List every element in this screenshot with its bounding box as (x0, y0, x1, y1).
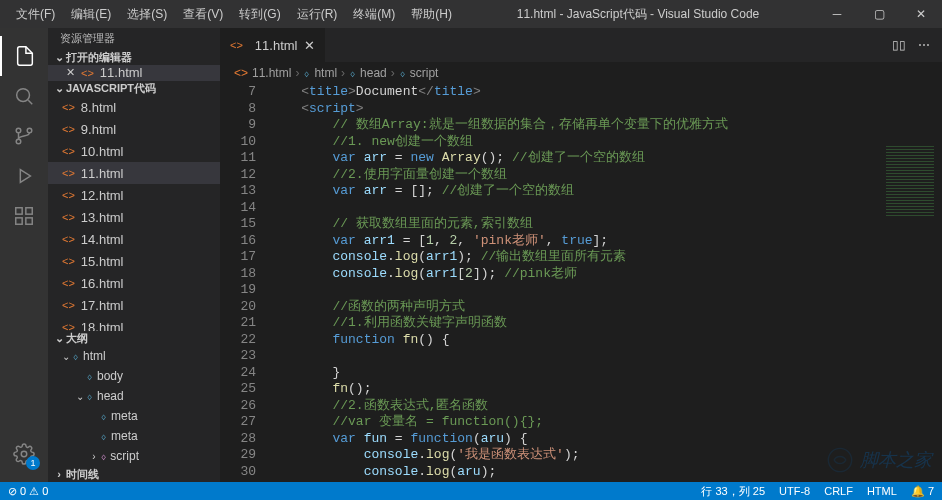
minimap[interactable] (882, 140, 942, 482)
file-item[interactable]: <>12.html (48, 184, 220, 206)
window-close[interactable]: ✕ (900, 0, 942, 28)
chevron-down-icon: ⌄ (52, 51, 66, 64)
activity-search[interactable] (0, 76, 48, 116)
open-editor-item[interactable]: ✕ <> 11.html (48, 65, 220, 81)
svg-point-1 (16, 128, 21, 133)
html-file-icon: <> (81, 67, 94, 79)
sidebar-title: 资源管理器 (48, 28, 220, 49)
outline-body[interactable]: ⬨body (48, 366, 220, 386)
window-minimize[interactable]: ─ (816, 0, 858, 28)
breadcrumb-script[interactable]: script (410, 66, 439, 80)
window-maximize[interactable]: ▢ (858, 0, 900, 28)
activity-source-control[interactable] (0, 116, 48, 156)
outline-script[interactable]: ›⬨ script (48, 446, 220, 466)
chevron-right-icon: › (52, 468, 66, 480)
outline-head[interactable]: ⌄⬨head (48, 386, 220, 406)
html-file-icon: <> (62, 255, 75, 267)
file-list: <>8.html<>9.html<>10.html<>11.html<>12.h… (48, 96, 220, 331)
breadcrumb-file[interactable]: 11.html (252, 66, 291, 80)
tag-icon: ⬨ (399, 66, 406, 80)
svg-rect-5 (26, 208, 32, 214)
tag-icon: ⬨ (349, 66, 356, 80)
menu-edit[interactable]: 编辑(E) (63, 2, 119, 27)
menu-view[interactable]: 查看(V) (175, 2, 231, 27)
activity-explorer[interactable] (0, 36, 48, 76)
activitybar: 1 (0, 28, 48, 482)
chevron-down-icon: ⌄ (52, 332, 66, 345)
file-item[interactable]: <>9.html (48, 118, 220, 140)
branch-icon (13, 125, 35, 147)
window-controls: ─ ▢ ✕ (816, 0, 942, 28)
outline-meta[interactable]: ⬨meta (48, 426, 220, 446)
html-file-icon: <> (62, 211, 75, 223)
more-actions-icon[interactable]: ⋯ (918, 38, 930, 52)
activity-extensions[interactable] (0, 196, 48, 236)
warning-icon: ⚠ (29, 485, 39, 498)
html-file-icon: <> (62, 233, 75, 245)
html-file-icon: <> (230, 39, 243, 51)
breadcrumb-head[interactable]: head (360, 66, 387, 80)
close-icon[interactable]: ✕ (66, 66, 75, 79)
file-item[interactable]: <>16.html (48, 272, 220, 294)
menu-go[interactable]: 转到(G) (231, 2, 288, 27)
titlebar: 文件(F) 编辑(E) 选择(S) 查看(V) 转到(G) 运行(R) 终端(M… (0, 0, 942, 28)
file-item[interactable]: <>17.html (48, 294, 220, 316)
section-outline[interactable]: ⌄ 大纲 (48, 331, 220, 347)
file-item[interactable]: <>8.html (48, 96, 220, 118)
svg-point-3 (27, 128, 32, 133)
split-editor-icon[interactable]: ▯▯ (892, 38, 906, 52)
svg-rect-4 (16, 208, 22, 214)
code-editor[interactable]: 7891011121314151617181920212223242526272… (220, 84, 942, 482)
code-content[interactable]: <title>Document</title> <script> // 数组Ar… (270, 84, 942, 482)
error-icon: ⊘ (8, 485, 17, 498)
status-encoding[interactable]: UTF-8 (779, 484, 810, 499)
menu-terminal[interactable]: 终端(M) (345, 2, 403, 27)
file-item[interactable]: <>13.html (48, 206, 220, 228)
file-item[interactable]: <>15.html (48, 250, 220, 272)
section-open-editors[interactable]: ⌄ 打开的编辑器 (48, 49, 220, 65)
file-item[interactable]: <>14.html (48, 228, 220, 250)
outline-meta[interactable]: ⬨meta (48, 406, 220, 426)
outline-tree: ⌄⬨html ⬨body ⌄⬨head ⬨meta ⬨meta ›⬨ scrip… (48, 346, 220, 466)
svg-point-2 (16, 139, 21, 144)
file-label: 17.html (81, 298, 124, 313)
outline-html[interactable]: ⌄⬨html (48, 346, 220, 366)
file-label: 13.html (81, 210, 124, 225)
debug-icon (13, 165, 35, 187)
activity-debug[interactable] (0, 156, 48, 196)
menu-run[interactable]: 运行(R) (289, 2, 346, 27)
breadcrumb-html[interactable]: html (314, 66, 337, 80)
activity-settings[interactable]: 1 (0, 434, 48, 474)
html-file-icon: <> (62, 299, 75, 311)
tag-icon: ⬨ (86, 389, 93, 403)
menu-file[interactable]: 文件(F) (8, 2, 63, 27)
breadcrumbs[interactable]: <> 11.html › ⬨ html › ⬨ head › ⬨ script (220, 62, 942, 84)
file-label: 12.html (81, 188, 124, 203)
bell-icon: 🔔 (911, 485, 925, 498)
html-file-icon: <> (62, 189, 75, 201)
file-item[interactable]: <>10.html (48, 140, 220, 162)
menu-selection[interactable]: 选择(S) (119, 2, 175, 27)
window-title: 11.html - JavaScript代码 - Visual Studio C… (460, 6, 816, 23)
sidebar: 资源管理器 ⌄ 打开的编辑器 ✕ <> 11.html ⌄ JAVASCRIPT… (48, 28, 220, 482)
status-notifications[interactable]: 🔔7 (911, 484, 934, 499)
status-cursor-position[interactable]: 行 33，列 25 (701, 484, 765, 499)
menu-help[interactable]: 帮助(H) (403, 2, 460, 27)
file-item[interactable]: <>18.html (48, 316, 220, 331)
file-item[interactable]: <>11.html (48, 162, 220, 184)
file-label: 14.html (81, 232, 124, 247)
close-icon[interactable]: ✕ (304, 38, 315, 53)
status-problems[interactable]: ⊘0 ⚠0 (8, 485, 48, 498)
section-timeline[interactable]: › 时间线 (48, 466, 220, 482)
svg-point-0 (17, 89, 30, 102)
status-language[interactable]: HTML (867, 484, 897, 499)
chevron-down-icon: ⌄ (74, 391, 86, 402)
status-eol[interactable]: CRLF (824, 484, 853, 499)
chevron-right-icon: › (88, 451, 100, 462)
section-folder[interactable]: ⌄ JAVASCRIPT代码 (48, 81, 220, 97)
tab-actions: ▯▯ ⋯ (892, 28, 942, 62)
tab-11html[interactable]: <> 11.html ✕ (220, 28, 326, 62)
editor-area: <> 11.html ✕ ▯▯ ⋯ <> 11.html › ⬨ html › … (220, 28, 942, 482)
line-numbers: 7891011121314151617181920212223242526272… (220, 84, 270, 482)
menubar: 文件(F) 编辑(E) 选择(S) 查看(V) 转到(G) 运行(R) 终端(M… (0, 2, 460, 27)
